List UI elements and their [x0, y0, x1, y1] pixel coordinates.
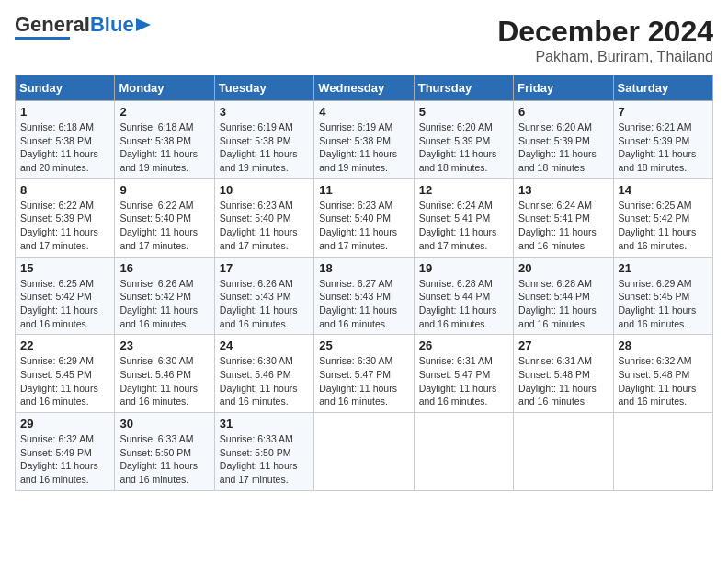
calendar-day-cell: 28Sunrise: 6:32 AM Sunset: 5:48 PM Dayli… [613, 335, 712, 413]
day-detail: Sunrise: 6:33 AM Sunset: 5:50 PM Dayligh… [119, 432, 209, 487]
calendar-day-cell: 15Sunrise: 6:25 AM Sunset: 5:42 PM Dayli… [16, 257, 115, 335]
day-number: 4 [319, 105, 408, 119]
calendar-day-cell: 11Sunrise: 6:23 AM Sunset: 5:40 PM Dayli… [314, 178, 414, 257]
calendar-day-cell: 19Sunrise: 6:28 AM Sunset: 5:44 PM Dayli… [414, 257, 513, 335]
day-number: 16 [119, 261, 209, 275]
svg-marker-0 [136, 18, 151, 31]
calendar-day-cell: 16Sunrise: 6:26 AM Sunset: 5:42 PM Dayli… [115, 257, 214, 335]
day-of-week-header: Thursday [414, 75, 513, 101]
day-number: 31 [220, 417, 309, 431]
calendar-day-cell: 5Sunrise: 6:20 AM Sunset: 5:39 PM Daylig… [414, 101, 513, 179]
day-detail: Sunrise: 6:33 AM Sunset: 5:50 PM Dayligh… [220, 432, 309, 487]
day-number: 26 [419, 339, 508, 352]
day-detail: Sunrise: 6:22 AM Sunset: 5:40 PM Dayligh… [119, 199, 209, 253]
day-detail: Sunrise: 6:18 AM Sunset: 5:38 PM Dayligh… [20, 121, 109, 175]
day-detail: Sunrise: 6:28 AM Sunset: 5:44 PM Dayligh… [419, 277, 508, 331]
days-header-row: SundayMondayTuesdayWednesdayThursdayFrid… [16, 75, 713, 101]
day-number: 13 [518, 183, 608, 197]
logo-arrow-icon [136, 17, 153, 33]
day-detail: Sunrise: 6:30 AM Sunset: 5:46 PM Dayligh… [220, 354, 309, 408]
day-number: 3 [220, 105, 309, 119]
day-detail: Sunrise: 6:20 AM Sunset: 5:39 PM Dayligh… [518, 121, 608, 175]
calendar-week-row: 1Sunrise: 6:18 AM Sunset: 5:38 PM Daylig… [16, 101, 713, 179]
day-number: 21 [619, 261, 708, 275]
day-number: 7 [619, 105, 708, 119]
day-number: 14 [619, 183, 708, 197]
calendar-day-cell: 22Sunrise: 6:29 AM Sunset: 5:45 PM Dayli… [16, 335, 115, 413]
day-detail: Sunrise: 6:18 AM Sunset: 5:38 PM Dayligh… [119, 121, 209, 175]
day-detail: Sunrise: 6:31 AM Sunset: 5:48 PM Dayligh… [518, 354, 608, 408]
day-detail: Sunrise: 6:26 AM Sunset: 5:43 PM Dayligh… [220, 277, 309, 331]
calendar-week-row: 22Sunrise: 6:29 AM Sunset: 5:45 PM Dayli… [16, 335, 713, 413]
calendar-day-cell [414, 413, 513, 491]
day-number: 23 [119, 339, 209, 352]
calendar-day-cell: 23Sunrise: 6:30 AM Sunset: 5:46 PM Dayli… [115, 335, 214, 413]
calendar-day-cell: 20Sunrise: 6:28 AM Sunset: 5:44 PM Dayli… [514, 257, 613, 335]
calendar-day-cell: 9Sunrise: 6:22 AM Sunset: 5:40 PM Daylig… [115, 178, 214, 257]
calendar-day-cell: 3Sunrise: 6:19 AM Sunset: 5:38 PM Daylig… [214, 101, 313, 179]
calendar-day-cell [514, 413, 613, 491]
day-of-week-header: Saturday [613, 75, 712, 101]
calendar-day-cell: 7Sunrise: 6:21 AM Sunset: 5:39 PM Daylig… [613, 101, 712, 179]
day-number: 27 [518, 339, 608, 352]
day-detail: Sunrise: 6:29 AM Sunset: 5:45 PM Dayligh… [20, 354, 109, 408]
day-detail: Sunrise: 6:22 AM Sunset: 5:39 PM Dayligh… [20, 199, 109, 253]
day-of-week-header: Friday [514, 75, 613, 101]
calendar-day-cell: 21Sunrise: 6:29 AM Sunset: 5:45 PM Dayli… [613, 257, 712, 335]
day-of-week-header: Tuesday [214, 75, 313, 101]
calendar-week-row: 29Sunrise: 6:32 AM Sunset: 5:49 PM Dayli… [16, 413, 713, 491]
calendar-day-cell: 10Sunrise: 6:23 AM Sunset: 5:40 PM Dayli… [214, 178, 313, 257]
day-of-week-header: Monday [115, 75, 214, 101]
day-detail: Sunrise: 6:28 AM Sunset: 5:44 PM Dayligh… [518, 277, 608, 331]
day-number: 17 [220, 261, 309, 275]
calendar-day-cell: 14Sunrise: 6:25 AM Sunset: 5:42 PM Dayli… [613, 178, 712, 257]
calendar-day-cell: 26Sunrise: 6:31 AM Sunset: 5:47 PM Dayli… [414, 335, 513, 413]
calendar-table: SundayMondayTuesdayWednesdayThursdayFrid… [15, 75, 713, 491]
day-detail: Sunrise: 6:32 AM Sunset: 5:48 PM Dayligh… [619, 354, 708, 408]
page-header: GeneralBlue December 2024 Pakham, Burira… [15, 15, 713, 65]
calendar-week-row: 8Sunrise: 6:22 AM Sunset: 5:39 PM Daylig… [16, 178, 713, 257]
day-detail: Sunrise: 6:23 AM Sunset: 5:40 PM Dayligh… [220, 199, 309, 253]
day-number: 9 [119, 183, 209, 197]
calendar-day-cell: 6Sunrise: 6:20 AM Sunset: 5:39 PM Daylig… [514, 101, 613, 179]
calendar-day-cell: 17Sunrise: 6:26 AM Sunset: 5:43 PM Dayli… [214, 257, 313, 335]
title-block: December 2024 Pakham, Buriram, Thailand [497, 15, 713, 65]
calendar-day-cell: 25Sunrise: 6:30 AM Sunset: 5:47 PM Dayli… [314, 335, 414, 413]
day-detail: Sunrise: 6:23 AM Sunset: 5:40 PM Dayligh… [319, 199, 408, 253]
day-detail: Sunrise: 6:24 AM Sunset: 5:41 PM Dayligh… [419, 199, 508, 253]
calendar-subtitle: Pakham, Buriram, Thailand [497, 49, 713, 65]
calendar-day-cell [314, 413, 414, 491]
day-of-week-header: Sunday [16, 75, 115, 101]
calendar-day-cell [613, 413, 712, 491]
logo-text: GeneralBlue [15, 15, 134, 35]
day-detail: Sunrise: 6:24 AM Sunset: 5:41 PM Dayligh… [518, 199, 608, 253]
calendar-day-cell: 4Sunrise: 6:19 AM Sunset: 5:38 PM Daylig… [314, 101, 414, 179]
calendar-day-cell: 2Sunrise: 6:18 AM Sunset: 5:38 PM Daylig… [115, 101, 214, 179]
day-number: 24 [220, 339, 309, 352]
day-detail: Sunrise: 6:32 AM Sunset: 5:49 PM Dayligh… [20, 432, 109, 487]
calendar-title: December 2024 [497, 15, 713, 49]
calendar-day-cell: 31Sunrise: 6:33 AM Sunset: 5:50 PM Dayli… [214, 413, 313, 491]
day-detail: Sunrise: 6:19 AM Sunset: 5:38 PM Dayligh… [220, 121, 309, 175]
day-detail: Sunrise: 6:25 AM Sunset: 5:42 PM Dayligh… [619, 199, 708, 253]
calendar-day-cell: 18Sunrise: 6:27 AM Sunset: 5:43 PM Dayli… [314, 257, 414, 335]
day-detail: Sunrise: 6:19 AM Sunset: 5:38 PM Dayligh… [319, 121, 408, 175]
day-detail: Sunrise: 6:26 AM Sunset: 5:42 PM Dayligh… [119, 277, 209, 331]
day-detail: Sunrise: 6:25 AM Sunset: 5:42 PM Dayligh… [20, 277, 109, 331]
calendar-day-cell: 12Sunrise: 6:24 AM Sunset: 5:41 PM Dayli… [414, 178, 513, 257]
day-number: 5 [419, 105, 508, 119]
day-number: 1 [20, 105, 109, 119]
calendar-day-cell: 24Sunrise: 6:30 AM Sunset: 5:46 PM Dayli… [214, 335, 313, 413]
day-number: 10 [220, 183, 309, 197]
calendar-day-cell: 27Sunrise: 6:31 AM Sunset: 5:48 PM Dayli… [514, 335, 613, 413]
calendar-day-cell: 30Sunrise: 6:33 AM Sunset: 5:50 PM Dayli… [115, 413, 214, 491]
calendar-week-row: 15Sunrise: 6:25 AM Sunset: 5:42 PM Dayli… [16, 257, 713, 335]
day-number: 12 [419, 183, 508, 197]
calendar-day-cell: 1Sunrise: 6:18 AM Sunset: 5:38 PM Daylig… [16, 101, 115, 179]
day-of-week-header: Wednesday [314, 75, 414, 101]
calendar-day-cell: 13Sunrise: 6:24 AM Sunset: 5:41 PM Dayli… [514, 178, 613, 257]
day-detail: Sunrise: 6:31 AM Sunset: 5:47 PM Dayligh… [419, 354, 508, 408]
day-number: 8 [20, 183, 109, 197]
day-detail: Sunrise: 6:27 AM Sunset: 5:43 PM Dayligh… [319, 277, 408, 331]
day-detail: Sunrise: 6:21 AM Sunset: 5:39 PM Dayligh… [619, 121, 708, 175]
